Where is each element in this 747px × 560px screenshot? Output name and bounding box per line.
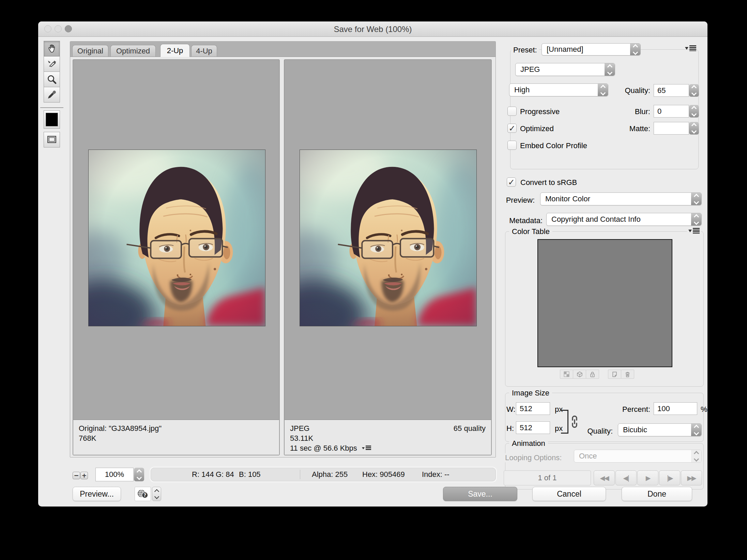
progressive-checkbox[interactable] — [507, 107, 517, 116]
download-rate-menu-icon[interactable] — [362, 446, 371, 451]
percent-unit: % — [701, 405, 707, 414]
zoom-level-stepper[interactable] — [134, 468, 144, 481]
lock-icon — [590, 371, 595, 377]
metadata-stepper-icon — [691, 213, 701, 225]
original-pane[interactable]: Original: "GJ3A8954.jpg" 768K — [73, 59, 280, 455]
resample-quality-value: Bicubic — [618, 424, 691, 436]
tab-original[interactable]: Original — [72, 45, 108, 57]
optimized-info-strip: 65 quality JPEG 53.11K 11 sec @ 56.6 Kbp… — [285, 419, 491, 455]
resample-quality-label: Quality: — [560, 427, 613, 436]
blur-label: Blur: — [597, 107, 650, 116]
tab-optimized[interactable]: Optimized — [110, 45, 156, 57]
tab-4up[interactable]: 4-Up — [191, 45, 217, 57]
hand-tool-button[interactable] — [44, 41, 60, 57]
blue-readout: B: 105 — [239, 468, 261, 481]
blur-stepper[interactable] — [689, 105, 699, 118]
map-transparency-button[interactable] — [560, 370, 573, 379]
cancel-button[interactable]: Cancel — [532, 487, 606, 501]
looping-options-label: Looping Options: — [504, 453, 563, 462]
height-field[interactable]: 512 — [516, 421, 550, 434]
optimized-rate: 11 sec @ 56.6 Kbps — [290, 443, 357, 453]
delete-color-button[interactable] — [621, 370, 634, 379]
optimized-checkbox[interactable]: ✓ — [507, 124, 517, 133]
eyedropper-color-swatch[interactable] — [44, 110, 60, 129]
looping-options-select[interactable]: Once — [574, 450, 702, 463]
zoom-level-field[interactable]: 100% — [95, 468, 134, 481]
new-swatch-icon — [612, 371, 618, 377]
matte-label: Matte: — [597, 124, 650, 133]
browser-select-stepper[interactable] — [152, 487, 161, 501]
titlebar[interactable]: Save for Web (100%) — [38, 21, 707, 37]
convert-srgb-label: Convert to sRGB — [520, 178, 577, 187]
embed-color-profile-checkbox[interactable] — [507, 141, 517, 150]
preview-select[interactable]: Monitor Color — [540, 192, 702, 205]
compression-level-select[interactable]: High — [509, 83, 608, 96]
preview-area: Original Optimized 2-Up 4-Up Original: "… — [70, 41, 496, 457]
lock-color-button[interactable] — [586, 370, 599, 379]
preset-menu-button[interactable] — [685, 45, 696, 51]
slice-select-tool-button[interactable] — [44, 56, 60, 72]
browser-globe-icon: ? — [137, 489, 149, 499]
original-image[interactable] — [88, 150, 265, 326]
format-select[interactable]: JPEG — [515, 63, 615, 76]
play-button[interactable]: ▶ — [637, 470, 658, 485]
quality-field[interactable]: 65 — [654, 84, 689, 97]
resample-quality-select[interactable]: Bicubic — [618, 423, 702, 436]
original-info-strip: Original: "GJ3A8954.jpg" 768K — [73, 419, 279, 455]
color-table-menu-button[interactable] — [687, 228, 701, 234]
save-button[interactable]: Save... — [443, 487, 517, 501]
red-readout: R: 144 — [192, 468, 214, 481]
color-table-swatches[interactable] — [537, 239, 672, 367]
swatch-color — [46, 113, 58, 126]
done-button[interactable]: Done — [622, 487, 692, 501]
previous-frame-button[interactable]: ◀| — [615, 470, 637, 485]
toggle-slices-visibility-button[interactable] — [44, 132, 60, 147]
first-frame-button[interactable]: ◀◀ — [594, 470, 615, 485]
metadata-value: Copyright and Contact Info — [547, 213, 691, 225]
metadata-select[interactable]: Copyright and Contact Info — [546, 213, 702, 226]
image-size-title: Image Size — [509, 389, 552, 398]
zoom-in-button[interactable]: + — [80, 472, 88, 479]
preview-label: Preview: — [485, 196, 535, 205]
optimized-quality: 65 quality — [454, 423, 486, 433]
height-label: H: — [506, 424, 514, 433]
looping-stepper-icon — [691, 450, 701, 462]
last-frame-button[interactable]: ▶▶ — [681, 470, 702, 485]
web-shift-button[interactable] — [573, 370, 586, 379]
next-frame-button[interactable]: |▶ — [659, 470, 680, 485]
format-stepper-icon — [605, 63, 615, 76]
blur-field[interactable]: 0 — [654, 105, 689, 118]
new-color-button[interactable] — [608, 370, 621, 379]
magnifier-icon — [47, 74, 57, 84]
width-field[interactable]: 512 — [516, 402, 550, 415]
percent-label: Percent: — [597, 405, 650, 414]
link-chain-icon[interactable] — [570, 415, 579, 428]
browser-preview-button[interactable]: ? — [135, 487, 151, 501]
preset-label: Preset: — [511, 46, 539, 55]
original-filesize: 768K — [79, 433, 274, 443]
hand-icon — [47, 44, 57, 54]
quality-stepper[interactable] — [689, 84, 699, 97]
percent-field[interactable]: 100 — [654, 402, 697, 415]
matte-field[interactable] — [654, 122, 689, 135]
zoom-out-button[interactable]: − — [73, 472, 80, 479]
optimized-pane[interactable]: 65 quality JPEG 53.11K 11 sec @ 56.6 Kbp… — [284, 59, 492, 455]
save-for-web-dialog: Save for Web (100%) — [38, 21, 707, 507]
eyedropper-tool-button[interactable] — [44, 87, 60, 103]
tab-2up[interactable]: 2-Up — [160, 44, 190, 57]
preset-stepper-icon — [630, 44, 640, 55]
preview-in-browser-button[interactable]: Preview... — [73, 487, 121, 501]
optimized-rate-row: 11 sec @ 56.6 Kbps — [290, 443, 486, 453]
format-value: JPEG — [516, 63, 605, 76]
optimized-image[interactable] — [300, 150, 477, 326]
color-readout-bar: R: 144 G: 84 B: 105 Alpha: 255 Hex: 9054… — [151, 468, 496, 481]
preset-select[interactable]: [Unnamed] — [542, 43, 641, 56]
metadata-label: Metadata: — [485, 216, 543, 225]
matte-stepper[interactable] — [689, 122, 699, 135]
width-label: W: — [506, 405, 515, 414]
convert-srgb-checkbox[interactable]: ✓ — [507, 177, 516, 187]
transparency-checkerboard-icon — [564, 371, 569, 377]
zoom-tool-button[interactable] — [44, 72, 60, 87]
preset-value: [Unnamed] — [542, 44, 630, 55]
frame-counter: 1 of 1 — [504, 470, 591, 485]
